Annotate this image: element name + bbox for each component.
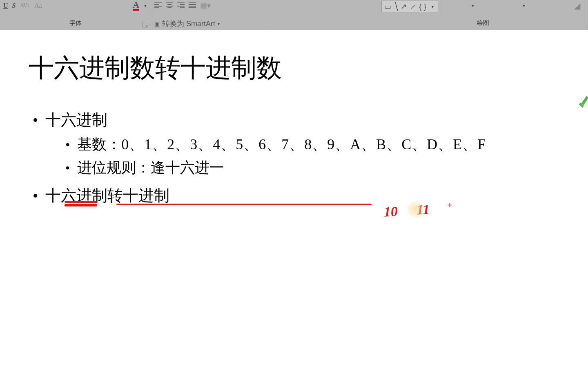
shape-effects-button[interactable]: ◢	[574, 1, 580, 11]
bullet-hex-to-dec[interactable]: 十六进制转十进制	[33, 185, 564, 206]
bullet-radix-label: 基数：	[77, 135, 121, 155]
shape-arrow-icon[interactable]: ↗	[401, 2, 407, 11]
font-group-text: 字体	[69, 19, 82, 26]
bullet-carry-label: 进位规则：	[77, 158, 151, 178]
bullet-hex-text: 十六进制	[45, 110, 107, 130]
char-spacing-button[interactable]: AV↕	[20, 1, 30, 11]
smartart-icon: ▣	[154, 20, 160, 27]
bullet-radix-value: 0、1、2、3、4、5、6、7、8、9、A、B、C、D、E、F	[121, 135, 486, 155]
drawing-group-text: 绘图	[477, 19, 489, 26]
dropdown-icon: ▾	[218, 22, 220, 26]
align-center-icon	[166, 2, 173, 9]
bullet-radix[interactable]: 基数： 0、1、2、3、4、5、6、7、8、9、A、B、C、D、E、F	[65, 135, 564, 155]
ribbon-group-drawing: ▭ ╲ ↗ ⟋ { } ▾ ▾ ▾ ◢ 绘图	[378, 0, 588, 30]
font-color-dropdown-icon[interactable]: ▼	[143, 1, 147, 11]
shape-line-icon[interactable]: ╲	[394, 2, 398, 11]
quick-styles-dropdown[interactable]: ▾	[523, 1, 525, 11]
align-center-button[interactable]	[166, 1, 173, 11]
cursor-highlight	[408, 201, 424, 218]
strikethrough-button[interactable]: S	[12, 1, 16, 11]
ink-underline-digits	[116, 204, 372, 205]
bullet-hex-to-dec-text: 十六进制转十进制	[45, 185, 169, 206]
bullet-carry-value: 逢十六进一	[151, 158, 224, 178]
align-right-button[interactable]	[177, 1, 185, 11]
shape-rectangle-icon[interactable]: ▭	[384, 2, 391, 11]
convert-smartart-button[interactable]: ▣ 转换为 SmartArt ▾	[154, 19, 220, 29]
underline-button[interactable]: U	[3, 1, 8, 11]
ribbon-group-paragraph: ▦▾ ▣ 转换为 SmartArt ▾ 段落	[151, 0, 378, 30]
shape-brace-right-icon[interactable]: }	[424, 2, 426, 11]
shapes-gallery[interactable]: ▭ ╲ ↗ ⟋ { } ▾	[381, 1, 439, 12]
font-dialog-launcher[interactable]	[143, 22, 148, 27]
green-checkmark-icon	[576, 96, 588, 116]
align-left-button[interactable]	[154, 1, 162, 11]
shape-brace-left-icon[interactable]: {	[419, 2, 421, 11]
shape-curve-icon[interactable]: ⟋	[409, 2, 416, 11]
shapes-more-dropdown[interactable]: ▾	[429, 2, 436, 11]
slide-canvas[interactable]: 十六进制数转十进制数 十六进制 基数： 0、1、2、3、4、5、6、7、8、9、…	[0, 30, 588, 368]
ink-annotation-10: 10	[383, 204, 398, 220]
align-right-icon	[177, 2, 185, 9]
font-color-button[interactable]: A	[133, 1, 139, 11]
arrange-dropdown[interactable]: ▾	[472, 1, 474, 11]
change-case-button[interactable]: Aa	[34, 1, 42, 11]
align-justify-button[interactable]	[189, 1, 196, 11]
ink-underline-radix-top	[65, 201, 97, 203]
bullet-carry-rule[interactable]: 进位规则： 逢十六进一	[65, 158, 564, 178]
align-justify-icon	[189, 2, 196, 9]
ribbon-toolbar: U S AV↕ Aa A ▼ 字体 ▦▾	[0, 0, 588, 30]
ribbon-group-font-label: 字体	[0, 19, 151, 30]
ribbon-group-font: U S AV↕ Aa A ▼ 字体	[0, 0, 151, 30]
smartart-label: 转换为 SmartArt	[162, 19, 215, 29]
align-left-icon	[154, 2, 162, 9]
bullet-hex[interactable]: 十六进制	[33, 110, 564, 130]
ink-underline-radix	[65, 204, 97, 206]
slide-title[interactable]: 十六进制数转十进制数	[29, 51, 564, 85]
columns-button[interactable]: ▦▾	[200, 1, 211, 11]
ribbon-group-drawing-label: 绘图	[378, 19, 588, 30]
ink-annotation-plus: +	[447, 200, 452, 211]
